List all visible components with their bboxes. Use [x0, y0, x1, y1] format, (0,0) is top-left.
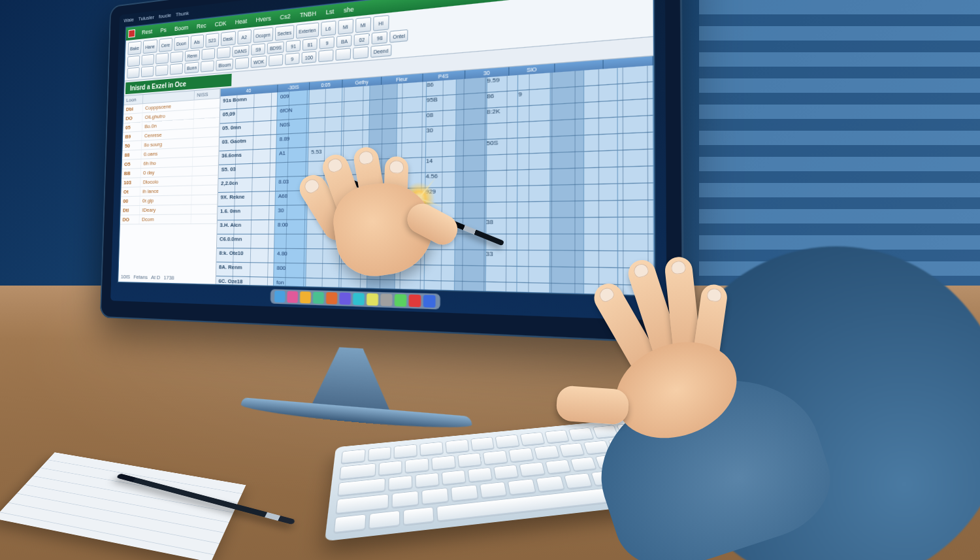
menu-item[interactable]: she	[339, 4, 358, 16]
cell-c[interactable]	[308, 190, 341, 205]
cell[interactable]: 08	[427, 110, 457, 127]
dock-app-icon[interactable]	[287, 291, 298, 303]
toolbar-button[interactable]	[127, 56, 140, 67]
dock-app-icon[interactable]	[339, 293, 351, 305]
cell-c[interactable]	[307, 205, 340, 220]
menu-item[interactable]: Hvers	[252, 13, 275, 25]
cell[interactable]	[584, 268, 619, 284]
cell[interactable]	[456, 108, 487, 125]
cell-c[interactable]	[306, 264, 340, 278]
toolbar-button[interactable]: 9	[285, 52, 300, 65]
cell[interactable]	[369, 114, 397, 129]
grid-body[interactable]: 91s Bomn009869.5905,096fON95B86905. 0mnN…	[216, 65, 654, 295]
dock-app-icon[interactable]	[395, 294, 407, 306]
toolbar-button[interactable]	[269, 54, 283, 67]
cell[interactable]	[584, 118, 619, 135]
menu-item[interactable]: Lst	[321, 6, 338, 18]
toolbar-button[interactable]: Bake	[127, 41, 141, 56]
cell[interactable]	[584, 84, 618, 102]
cell[interactable]	[342, 145, 369, 160]
cell[interactable]	[340, 235, 368, 249]
dock-app-icon[interactable]	[274, 291, 286, 303]
toolbar-button[interactable]	[201, 60, 214, 72]
cell-b[interactable]	[276, 162, 308, 176]
toolbar-button[interactable]: Ontel	[390, 29, 408, 43]
toolbar-button[interactable]: Ml	[338, 19, 353, 35]
dock-app-icon[interactable]	[423, 295, 436, 308]
cell[interactable]	[618, 166, 653, 183]
cell[interactable]	[550, 267, 584, 284]
side-foot-tab[interactable]: Fetans	[133, 274, 148, 280]
toolbar-button[interactable]: Hl	[373, 15, 389, 31]
cell[interactable]	[550, 284, 584, 295]
dock-app-icon[interactable]	[367, 293, 378, 306]
cell-b[interactable]	[274, 235, 307, 248]
toolbar-button[interactable]: Ocoprn	[253, 27, 273, 43]
cell[interactable]	[518, 73, 551, 90]
cell[interactable]	[518, 186, 551, 201]
cell[interactable]: 4.56	[426, 172, 456, 188]
cell-a[interactable]: 3.H. Aicn	[217, 220, 275, 234]
cell[interactable]	[550, 185, 583, 201]
menu-item[interactable]: Heat	[231, 16, 251, 27]
cell[interactable]	[455, 171, 486, 187]
cell-c[interactable]	[308, 161, 341, 176]
toolbar-button[interactable]	[201, 48, 215, 60]
cell-a[interactable]: 03. Gaotm	[220, 135, 277, 150]
toolbar-button[interactable]: Cere	[159, 38, 172, 52]
cell[interactable]	[584, 251, 619, 267]
cell[interactable]	[550, 218, 583, 233]
cell[interactable]	[342, 130, 369, 145]
cell[interactable]: 929	[425, 188, 455, 203]
cell[interactable]	[342, 101, 370, 116]
toolbar-button[interactable]: Sectes	[274, 25, 294, 41]
cell[interactable]	[486, 171, 517, 186]
cell-c[interactable]	[306, 235, 340, 249]
cell[interactable]	[618, 99, 653, 116]
cell[interactable]	[618, 183, 654, 200]
cell[interactable]	[455, 250, 485, 265]
cell[interactable]	[370, 99, 398, 114]
cell-b[interactable]: N0S	[277, 119, 309, 134]
cell[interactable]	[369, 129, 397, 144]
toolbar-button[interactable]: BA	[336, 35, 352, 48]
cell[interactable]	[619, 235, 655, 251]
toolbar-button[interactable]: S23	[205, 33, 219, 48]
toolbar-button[interactable]: Ml	[355, 17, 371, 33]
cell[interactable]	[584, 151, 619, 168]
cell[interactable]	[584, 201, 619, 217]
toolbar-button[interactable]: 81	[302, 38, 318, 51]
cell-b[interactable]: 800	[274, 263, 306, 278]
cell[interactable]	[396, 250, 425, 265]
cell[interactable]	[518, 121, 551, 138]
cell-a[interactable]: 8:k. Ote10	[216, 248, 274, 263]
cell[interactable]	[397, 173, 426, 188]
toolbar-button[interactable]: Hane	[143, 39, 157, 54]
cell[interactable]	[425, 235, 455, 250]
cell[interactable]	[517, 283, 550, 295]
cell-a[interactable]: 36.6oms	[219, 149, 276, 165]
menu-item[interactable]: Rec	[193, 20, 210, 31]
cell-b[interactable]: 4.80	[274, 249, 307, 263]
cell[interactable]	[584, 218, 619, 233]
cell[interactable]	[486, 154, 517, 171]
cell[interactable]	[396, 219, 425, 233]
cell[interactable]	[618, 133, 653, 150]
toolbar-button[interactable]: WOK	[251, 56, 267, 68]
menu-item[interactable]: TNBH	[296, 8, 321, 20]
cell-a[interactable]: 9X. Rekne	[218, 191, 275, 206]
toolbar-button[interactable]: Bonn	[184, 61, 199, 73]
cell[interactable]	[619, 251, 655, 267]
cell[interactable]	[370, 84, 398, 100]
cell[interactable]	[618, 82, 653, 101]
cell[interactable]	[517, 202, 550, 218]
cell-c[interactable]	[310, 88, 343, 103]
toolbar-button[interactable]: Deend	[370, 44, 391, 58]
cell[interactable]	[398, 82, 427, 98]
cell[interactable]	[340, 205, 368, 219]
cell[interactable]	[397, 127, 427, 143]
cell[interactable]	[518, 105, 551, 122]
cell[interactable]	[486, 203, 518, 218]
cell-b[interactable]: 8.03	[276, 176, 308, 191]
cell[interactable]	[487, 122, 518, 139]
